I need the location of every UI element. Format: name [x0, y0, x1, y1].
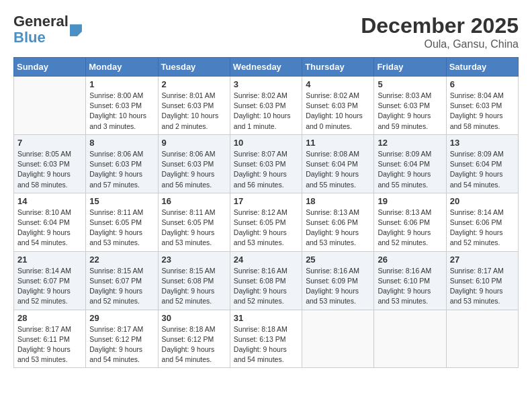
day-info: Sunrise: 8:02 AMSunset: 6:03 PMDaylight:… [234, 91, 298, 132]
logo: General Blue [13, 13, 82, 46]
day-number: 3 [234, 79, 298, 89]
day-info: Sunrise: 8:18 AMSunset: 6:13 PMDaylight:… [234, 324, 298, 365]
day-info: Sunrise: 8:16 AMSunset: 6:10 PMDaylight:… [378, 266, 442, 307]
day-number: 25 [306, 255, 370, 265]
day-info: Sunrise: 8:15 AMSunset: 6:07 PMDaylight:… [89, 266, 154, 307]
calendar-cell: 11Sunrise: 8:08 AMSunset: 6:04 PMDayligh… [302, 134, 374, 193]
day-number: 7 [17, 138, 82, 148]
day-info: Sunrise: 8:02 AMSunset: 6:03 PMDaylight:… [306, 91, 370, 132]
logo-line2: Blue [13, 30, 69, 46]
day-header-sunday: Sunday [14, 58, 86, 77]
calendar-week-row: 14Sunrise: 8:10 AMSunset: 6:04 PMDayligh… [14, 193, 519, 251]
calendar-cell [302, 310, 374, 368]
day-info: Sunrise: 8:13 AMSunset: 6:06 PMDaylight:… [306, 208, 370, 248]
day-number: 15 [89, 196, 154, 206]
calendar-header-row: SundayMondayTuesdayWednesdayThursdayFrid… [14, 58, 519, 77]
calendar-cell: 6Sunrise: 8:04 AMSunset: 6:03 PMDaylight… [446, 77, 518, 135]
day-info: Sunrise: 8:12 AMSunset: 6:05 PMDaylight:… [234, 208, 298, 248]
day-info: Sunrise: 8:03 AMSunset: 6:03 PMDaylight:… [378, 91, 442, 132]
day-number: 17 [234, 196, 298, 206]
calendar-cell: 21Sunrise: 8:14 AMSunset: 6:07 PMDayligh… [14, 251, 86, 310]
day-info: Sunrise: 8:04 AMSunset: 6:03 PMDaylight:… [450, 91, 515, 132]
day-info: Sunrise: 8:17 AMSunset: 6:10 PMDaylight:… [450, 266, 515, 307]
day-info: Sunrise: 8:09 AMSunset: 6:04 PMDaylight:… [450, 149, 515, 190]
logo-icon [70, 24, 82, 36]
calendar-cell: 9Sunrise: 8:06 AMSunset: 6:03 PMDaylight… [158, 134, 230, 193]
calendar-cell: 5Sunrise: 8:03 AMSunset: 6:03 PMDaylight… [374, 77, 446, 135]
day-header-saturday: Saturday [446, 58, 518, 77]
day-info: Sunrise: 8:06 AMSunset: 6:03 PMDaylight:… [89, 149, 154, 190]
calendar-cell: 23Sunrise: 8:15 AMSunset: 6:08 PMDayligh… [158, 251, 230, 310]
day-info: Sunrise: 8:06 AMSunset: 6:03 PMDaylight:… [162, 149, 226, 190]
logo-line1: General [13, 13, 69, 30]
calendar-week-row: 1Sunrise: 8:00 AMSunset: 6:03 PMDaylight… [14, 77, 519, 135]
calendar-cell: 1Sunrise: 8:00 AMSunset: 6:03 PMDaylight… [86, 77, 158, 135]
day-number: 6 [450, 79, 515, 89]
calendar-cell: 22Sunrise: 8:15 AMSunset: 6:07 PMDayligh… [86, 251, 158, 310]
calendar-cell: 19Sunrise: 8:13 AMSunset: 6:06 PMDayligh… [374, 193, 446, 251]
calendar-cell: 15Sunrise: 8:11 AMSunset: 6:05 PMDayligh… [86, 193, 158, 251]
page-subtitle: Oula, Gansu, China [361, 38, 519, 50]
day-number: 27 [450, 255, 515, 265]
day-number: 29 [89, 313, 154, 323]
day-number: 13 [450, 138, 515, 148]
calendar-cell: 12Sunrise: 8:09 AMSunset: 6:04 PMDayligh… [374, 134, 446, 193]
day-info: Sunrise: 8:07 AMSunset: 6:03 PMDaylight:… [234, 149, 298, 190]
day-info: Sunrise: 8:17 AMSunset: 6:12 PMDaylight:… [89, 324, 154, 365]
day-info: Sunrise: 8:14 AMSunset: 6:07 PMDaylight:… [17, 266, 82, 307]
calendar-cell [446, 310, 518, 368]
calendar-cell [374, 310, 446, 368]
day-info: Sunrise: 8:11 AMSunset: 6:05 PMDaylight:… [162, 208, 226, 248]
day-header-thursday: Thursday [302, 58, 374, 77]
calendar-cell: 26Sunrise: 8:16 AMSunset: 6:10 PMDayligh… [374, 251, 446, 310]
day-number: 21 [17, 255, 82, 265]
calendar-cell: 24Sunrise: 8:16 AMSunset: 6:08 PMDayligh… [230, 251, 302, 310]
day-number: 2 [162, 79, 226, 89]
day-number: 10 [234, 138, 298, 148]
day-info: Sunrise: 8:13 AMSunset: 6:06 PMDaylight:… [378, 208, 442, 248]
day-header-monday: Monday [86, 58, 158, 77]
calendar-cell: 28Sunrise: 8:17 AMSunset: 6:11 PMDayligh… [14, 310, 86, 368]
calendar-cell: 8Sunrise: 8:06 AMSunset: 6:03 PMDaylight… [86, 134, 158, 193]
day-number: 18 [306, 196, 370, 206]
day-number: 22 [89, 255, 154, 265]
calendar-cell: 17Sunrise: 8:12 AMSunset: 6:05 PMDayligh… [230, 193, 302, 251]
calendar-cell: 13Sunrise: 8:09 AMSunset: 6:04 PMDayligh… [446, 134, 518, 193]
day-number: 19 [378, 196, 442, 206]
day-number: 31 [234, 313, 298, 323]
calendar-cell: 7Sunrise: 8:05 AMSunset: 6:03 PMDaylight… [14, 134, 86, 193]
calendar-cell: 29Sunrise: 8:17 AMSunset: 6:12 PMDayligh… [86, 310, 158, 368]
calendar-cell: 10Sunrise: 8:07 AMSunset: 6:03 PMDayligh… [230, 134, 302, 193]
day-info: Sunrise: 8:18 AMSunset: 6:12 PMDaylight:… [162, 324, 226, 365]
day-number: 5 [378, 79, 442, 89]
title-block: December 2025 Oula, Gansu, China [361, 13, 519, 50]
calendar-cell: 18Sunrise: 8:13 AMSunset: 6:06 PMDayligh… [302, 193, 374, 251]
page-header: General Blue December 2025 Oula, Gansu, … [13, 13, 519, 50]
day-number: 26 [378, 255, 442, 265]
day-number: 16 [162, 196, 226, 206]
calendar-cell: 14Sunrise: 8:10 AMSunset: 6:04 PMDayligh… [14, 193, 86, 251]
logo-text: General Blue [13, 13, 69, 46]
calendar-cell: 3Sunrise: 8:02 AMSunset: 6:03 PMDaylight… [230, 77, 302, 135]
day-number: 23 [162, 255, 226, 265]
day-number: 9 [162, 138, 226, 148]
calendar-cell: 2Sunrise: 8:01 AMSunset: 6:03 PMDaylight… [158, 77, 230, 135]
day-number: 24 [234, 255, 298, 265]
day-number: 12 [378, 138, 442, 148]
day-info: Sunrise: 8:14 AMSunset: 6:06 PMDaylight:… [450, 208, 515, 248]
page-title: December 2025 [361, 13, 519, 38]
calendar-week-row: 28Sunrise: 8:17 AMSunset: 6:11 PMDayligh… [14, 310, 519, 368]
day-info: Sunrise: 8:08 AMSunset: 6:04 PMDaylight:… [306, 149, 370, 190]
calendar-cell: 16Sunrise: 8:11 AMSunset: 6:05 PMDayligh… [158, 193, 230, 251]
calendar-cell: 4Sunrise: 8:02 AMSunset: 6:03 PMDaylight… [302, 77, 374, 135]
calendar-cell: 27Sunrise: 8:17 AMSunset: 6:10 PMDayligh… [446, 251, 518, 310]
day-info: Sunrise: 8:10 AMSunset: 6:04 PMDaylight:… [17, 208, 82, 248]
day-info: Sunrise: 8:17 AMSunset: 6:11 PMDaylight:… [17, 324, 82, 365]
day-number: 1 [89, 79, 154, 89]
day-header-friday: Friday [374, 58, 446, 77]
calendar-cell: 20Sunrise: 8:14 AMSunset: 6:06 PMDayligh… [446, 193, 518, 251]
calendar-cell: 30Sunrise: 8:18 AMSunset: 6:12 PMDayligh… [158, 310, 230, 368]
day-info: Sunrise: 8:16 AMSunset: 6:08 PMDaylight:… [234, 266, 298, 307]
calendar-cell [14, 77, 86, 135]
calendar-week-row: 21Sunrise: 8:14 AMSunset: 6:07 PMDayligh… [14, 251, 519, 310]
